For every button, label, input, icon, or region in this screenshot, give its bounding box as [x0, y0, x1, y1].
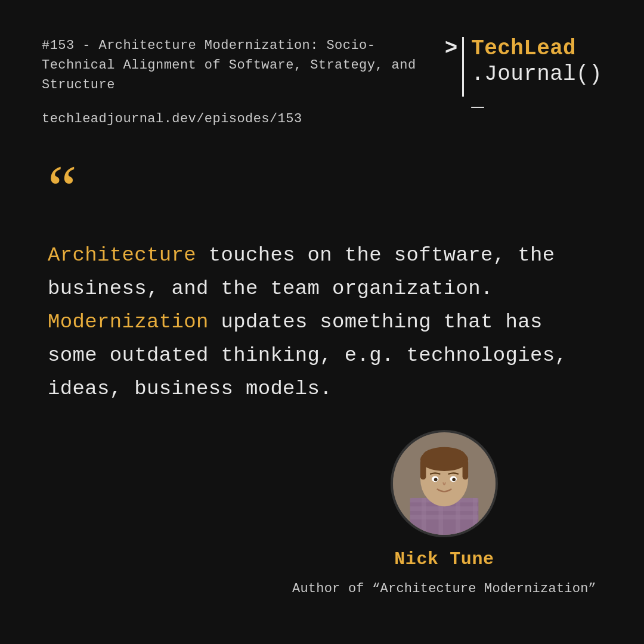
- brand-text: TechLead .Journal() _: [471, 36, 602, 113]
- episode-title: #153 - Architecture Modernization: Socio…: [42, 36, 445, 95]
- svg-point-18: [452, 478, 456, 481]
- svg-rect-3: [410, 506, 479, 511]
- svg-rect-12: [420, 460, 426, 479]
- episode-url: techleadjournal.dev/episodes/153: [42, 112, 445, 126]
- svg-rect-5: [422, 498, 426, 535]
- quote-highlight-modernization: Modernization: [48, 311, 209, 333]
- quote-marks-icon: “: [48, 162, 596, 215]
- svg-rect-4: [410, 515, 479, 520]
- svg-point-17: [434, 478, 438, 481]
- svg-point-14: [423, 447, 466, 466]
- brand-subtitle: .Journal(): [471, 61, 602, 87]
- quote-highlight-architecture: Architecture: [48, 244, 196, 267]
- brand-arrow: >: [445, 36, 458, 61]
- avatar: [391, 430, 498, 537]
- header-left: #153 - Architecture Modernization: Socio…: [42, 36, 445, 126]
- svg-rect-7: [456, 498, 460, 535]
- avatar-svg: [393, 432, 496, 535]
- header: #153 - Architecture Modernization: Socio…: [42, 36, 602, 126]
- brand-cursor: _: [471, 87, 602, 113]
- quote-section: “ Architecture touches on the software, …: [42, 162, 602, 405]
- author-section: Nick Tune Author of “Architecture Modern…: [292, 430, 596, 596]
- svg-rect-8: [473, 498, 478, 535]
- page-container: #153 - Architecture Modernization: Socio…: [0, 0, 644, 644]
- brand-name: TechLead: [471, 36, 602, 61]
- author-name: Nick Tune: [394, 549, 494, 569]
- quote-text: Architecture touches on the software, th…: [48, 239, 596, 405]
- svg-rect-13: [463, 460, 469, 479]
- brand-section: > TechLead .Journal() _: [445, 36, 602, 113]
- brand-divider: [462, 37, 464, 97]
- author-title: Author of “Architecture Modernization”: [292, 581, 596, 596]
